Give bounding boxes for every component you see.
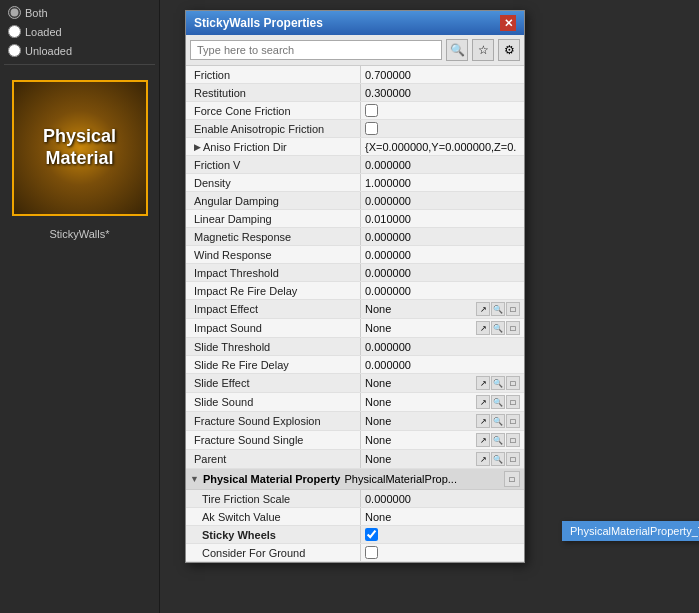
prop-name-restitution: Restitution (186, 84, 361, 101)
arrow-icon: ▶ (194, 142, 201, 152)
density-value: 1.000000 (365, 177, 520, 189)
slide-refire-value: 0.000000 (365, 359, 520, 371)
tooltip-text: PhysicalMaterialProperty_TA (570, 525, 699, 537)
impact-effect-icons: ↗ 🔍 □ (476, 302, 520, 316)
prop-name-slide-sound: Slide Sound (186, 393, 361, 411)
prop-row-aniso-dir: ▶ Aniso Friction Dir {X=0.000000,Y=0.000… (186, 138, 524, 156)
prop-row-slide-refire: Slide Re Fire Delay 0.000000 (186, 356, 524, 374)
section-header-value: PhysicalMaterialProp... (344, 473, 500, 485)
prop-value-angular-damping: 0.000000 (361, 192, 524, 209)
fracture-single-browse-btn[interactable]: ↗ (476, 433, 490, 447)
prop-row-sticky-wheels: Sticky Wheels (186, 526, 524, 544)
friction-value: 0.700000 (365, 69, 520, 81)
prop-row-impact-effect: Impact Effect None ↗ 🔍 □ (186, 300, 524, 319)
parent-find-btn[interactable]: 🔍 (491, 452, 505, 466)
prop-value-tire-friction: 0.000000 (361, 490, 524, 507)
sidebar-divider (4, 64, 155, 65)
checkbox-consider-ground[interactable] (365, 546, 378, 559)
prop-value-aniso-dir: {X=0.000000,Y=0.000000,Z=0. (361, 138, 524, 155)
prop-row-fracture-explosion: Fracture Sound Explosion None ↗ 🔍 □ (186, 412, 524, 431)
impact-effect-find-btn[interactable]: 🔍 (491, 302, 505, 316)
prop-name-density: Density (186, 174, 361, 191)
prop-name-anisotropic: Enable Anisotropic Friction (186, 120, 361, 137)
radio-both[interactable] (8, 6, 21, 19)
impact-effect-browse-btn[interactable]: ↗ (476, 302, 490, 316)
impact-effect-clear-btn[interactable]: □ (506, 302, 520, 316)
impact-sound-browse-btn[interactable]: ↗ (476, 321, 490, 335)
slide-sound-find-btn[interactable]: 🔍 (491, 395, 505, 409)
prop-name-consider-ground: Consider For Ground (186, 544, 361, 561)
checkbox-force-cone[interactable] (365, 104, 378, 117)
prop-row-linear-damping: Linear Damping 0.010000 (186, 210, 524, 228)
radio-unloaded[interactable] (8, 44, 21, 57)
prop-name-angular-damping: Angular Damping (186, 192, 361, 209)
slide-sound-browse-btn[interactable]: ↗ (476, 395, 490, 409)
label-unloaded: Unloaded (25, 45, 72, 57)
prop-row-force-cone: Force Cone Friction (186, 102, 524, 120)
prop-name-parent: Parent (186, 450, 361, 468)
parent-browse-btn[interactable]: ↗ (476, 452, 490, 466)
impact-sound-find-btn[interactable]: 🔍 (491, 321, 505, 335)
prop-row-angular-damping: Angular Damping 0.000000 (186, 192, 524, 210)
slide-sound-clear-btn[interactable]: □ (506, 395, 520, 409)
asset-name: StickyWalls* (49, 228, 109, 240)
prop-value-fracture-explosion: None ↗ 🔍 □ (361, 412, 524, 430)
prop-value-impact-threshold: 0.000000 (361, 264, 524, 281)
sidebar-row-unloaded: Unloaded (4, 42, 155, 59)
prop-row-friction-v: Friction V 0.000000 (186, 156, 524, 174)
parent-icons: ↗ 🔍 □ (476, 452, 520, 466)
section-expand-btn[interactable]: □ (504, 471, 520, 487)
prop-value-slide-sound: None ↗ 🔍 □ (361, 393, 524, 411)
impact-sound-clear-btn[interactable]: □ (506, 321, 520, 335)
section-header-physical-material[interactable]: ▼ Physical Material Property PhysicalMat… (186, 469, 524, 490)
fracture-single-find-btn[interactable]: 🔍 (491, 433, 505, 447)
prop-name-sticky-wheels: Sticky Wheels (186, 526, 361, 543)
prop-value-slide-refire: 0.000000 (361, 356, 524, 373)
sidebar-row-loaded: Loaded (4, 23, 155, 40)
star-icon: ☆ (478, 43, 489, 57)
prop-row-slide-threshold: Slide Threshold 0.000000 (186, 338, 524, 356)
prop-value-ak-switch: None (361, 508, 524, 525)
search-input[interactable] (190, 40, 442, 60)
prop-value-force-cone (361, 102, 524, 119)
prop-row-consider-ground: Consider For Ground (186, 544, 524, 562)
prop-name-slide-effect: Slide Effect (186, 374, 361, 392)
checkbox-sticky-wheels[interactable] (365, 528, 378, 541)
prop-name-impact-threshold: Impact Threshold (186, 264, 361, 281)
slide-effect-clear-btn[interactable]: □ (506, 376, 520, 390)
fracture-explosion-find-btn[interactable]: 🔍 (491, 414, 505, 428)
slide-effect-find-btn[interactable]: 🔍 (491, 376, 505, 390)
prop-name-force-cone: Force Cone Friction (186, 102, 361, 119)
search-button[interactable]: 🔍 (446, 39, 468, 61)
prop-value-anisotropic (361, 120, 524, 137)
favorite-button[interactable]: ☆ (472, 39, 494, 61)
parent-value: None (365, 453, 474, 465)
ak-switch-value: None (365, 511, 520, 523)
restitution-value: 0.300000 (365, 87, 520, 99)
prop-row-restitution: Restitution 0.300000 (186, 84, 524, 102)
radio-loaded[interactable] (8, 25, 21, 38)
fracture-explosion-clear-btn[interactable]: □ (506, 414, 520, 428)
parent-clear-btn[interactable]: □ (506, 452, 520, 466)
slide-effect-value: None (365, 377, 474, 389)
fracture-explosion-browse-btn[interactable]: ↗ (476, 414, 490, 428)
slide-effect-browse-btn[interactable]: ↗ (476, 376, 490, 390)
prop-row-slide-sound: Slide Sound None ↗ 🔍 □ (186, 393, 524, 412)
checkbox-anisotropic[interactable] (365, 122, 378, 135)
settings-button[interactable]: ⚙ (498, 39, 520, 61)
section-header-label: Physical Material Property (203, 473, 341, 485)
sidebar-row-both: Both (4, 4, 155, 21)
fracture-explosion-icons: ↗ 🔍 □ (476, 414, 520, 428)
fracture-single-value: None (365, 434, 474, 446)
dialog-close-button[interactable]: ✕ (500, 15, 516, 31)
fracture-single-clear-btn[interactable]: □ (506, 433, 520, 447)
prop-value-magnetic: 0.000000 (361, 228, 524, 245)
prop-row-ak-switch: Ak Switch Value None (186, 508, 524, 526)
prop-value-slide-threshold: 0.000000 (361, 338, 524, 355)
thumbnail: PhysicalMaterial (12, 80, 148, 216)
fracture-single-icons: ↗ 🔍 □ (476, 433, 520, 447)
prop-name-slide-threshold: Slide Threshold (186, 338, 361, 355)
impact-threshold-value: 0.000000 (365, 267, 520, 279)
prop-row-magnetic: Magnetic Response 0.000000 (186, 228, 524, 246)
prop-row-wind: Wind Response 0.000000 (186, 246, 524, 264)
